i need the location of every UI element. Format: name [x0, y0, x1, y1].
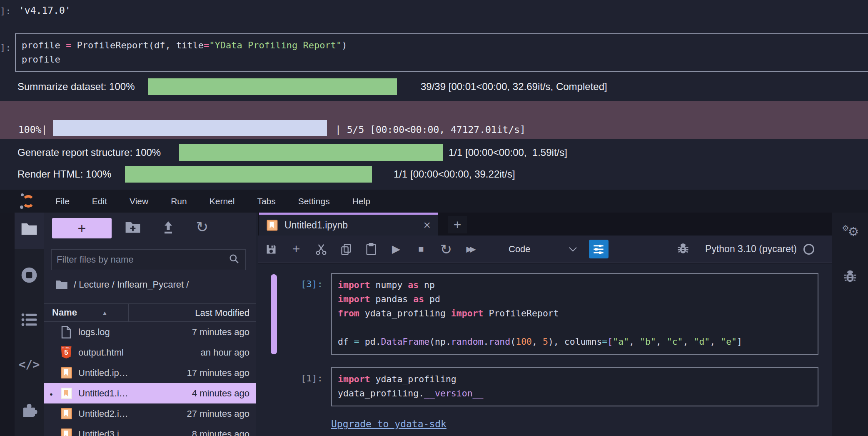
file-modified: 17 minutes ago: [187, 368, 256, 378]
paste-cells-button[interactable]: [365, 243, 377, 256]
code-cell-imports: [3]: import numpy as npimport pandas as …: [258, 273, 832, 355]
refresh-files-button[interactable]: ↻: [196, 220, 208, 234]
file-row-logs[interactable]: logs.log 7 minutes ago: [44, 322, 256, 342]
tab-bar: Untitled1.ipynb × +: [258, 213, 832, 236]
menu-edit[interactable]: Edit: [81, 196, 118, 206]
progress-info: 39/39 [00:01<00:00, 32.69it/s, Completed…: [421, 81, 607, 93]
file-name: Untitled1.i…: [78, 388, 192, 399]
code-snippets-icon[interactable]: </>: [15, 358, 44, 371]
column-header-name[interactable]: Name ▲: [44, 307, 128, 318]
progress-bar: [53, 120, 327, 136]
new-tab-button[interactable]: +: [448, 216, 467, 233]
workspace: </> + ↻: [0, 213, 868, 436]
jupyterlab-window: ]: 'v4.17.0' ]: profile = ProfileReport(…: [0, 0, 868, 436]
file-modified: 8 minutes ago: [192, 429, 256, 436]
jupyter-logo-icon: [20, 193, 37, 210]
progress-label: 100%|: [18, 124, 47, 135]
table-of-contents-icon[interactable]: [15, 313, 44, 328]
kernel-name[interactable]: Python 3.10 (pycaret): [705, 243, 797, 255]
plus-icon: +: [454, 217, 461, 233]
interrupt-kernel-button[interactable]: ■: [415, 243, 427, 256]
cell-output: Upgrade to ydata-sdk Improve your data a…: [331, 416, 832, 436]
code-cell-version: [1]: import ydata_profilingydata_profili…: [258, 367, 832, 406]
progress-row-summarize: Summarize dataset: 100% 39/39 [00:01<00:…: [0, 78, 868, 96]
progress-info: 1/1 [00:00<00:00, 39.22it/s]: [394, 168, 515, 180]
restart-kernel-button[interactable]: ↻: [440, 243, 452, 256]
execution-count: [3]:: [258, 273, 331, 355]
menu-settings[interactable]: Settings: [287, 196, 341, 206]
run-cell-button[interactable]: ▶: [390, 243, 402, 256]
file-name: output.html: [78, 347, 201, 358]
menu-run[interactable]: Run: [160, 196, 198, 206]
menu-tabs[interactable]: Tabs: [246, 196, 287, 206]
kernel-status-indicator[interactable]: [803, 244, 814, 255]
window-edge-strip: [0, 213, 15, 436]
close-tab-icon[interactable]: ×: [423, 218, 431, 232]
progress-bar: [148, 78, 397, 95]
upload-button[interactable]: [161, 220, 176, 237]
file-name: logs.log: [78, 327, 192, 338]
menu-kernel[interactable]: Kernel: [198, 196, 246, 206]
new-launcher-button[interactable]: +: [52, 218, 112, 238]
html-label: HTML: [61, 346, 72, 349]
progress-info: 1/1 [00:00<00:00, 1.59it/s]: [449, 147, 567, 158]
sort-asc-icon: ▲: [102, 310, 107, 316]
version-output: 'v4.17.0': [19, 5, 71, 16]
menu-bar: File Edit View Run Kernel Tabs Settings …: [0, 190, 868, 213]
extension-manager-icon[interactable]: [15, 401, 44, 420]
tab-untitled1-ipynb[interactable]: Untitled1.ipynb ×: [259, 213, 438, 236]
filter-files-input[interactable]: [52, 254, 229, 265]
plus-icon: +: [292, 241, 300, 257]
menu-file[interactable]: File: [44, 196, 81, 206]
running-kernels-icon[interactable]: [15, 266, 44, 286]
code-editor[interactable]: import ydata_profilingydata_profiling.__…: [331, 367, 818, 406]
file-row-output-html[interactable]: HTML5 output.html an hour ago: [44, 342, 256, 363]
left-activity-rail: </>: [15, 213, 44, 436]
debugger-panel-icon[interactable]: [832, 269, 868, 285]
progress-label: Render HTML: 100%: [17, 168, 111, 180]
add-cell-button[interactable]: +: [290, 243, 302, 256]
code-cell-profile[interactable]: profile = ProfileReport(df, title="YData…: [15, 33, 868, 72]
notebook-output-strip: ]: 'v4.17.0' ]: profile = ProfileReport(…: [0, 0, 868, 190]
notebook-icon: [60, 388, 72, 399]
code-editor[interactable]: import numpy as npimport pandas as pdfro…: [331, 273, 818, 355]
copy-cells-button[interactable]: [340, 243, 352, 256]
file-row-untitled1-selected[interactable]: ● Untitled1.i… 4 minutes ago: [44, 383, 256, 403]
debugger-bug-icon[interactable]: [677, 242, 689, 256]
cell-type-dropdown[interactable]: Code: [509, 244, 576, 255]
file-row-untitled2[interactable]: Untitled2.i… 27 minutes ago: [44, 403, 256, 424]
selected-cell-bar[interactable]: [271, 274, 277, 354]
column-header-modified[interactable]: Last Modified: [128, 304, 256, 321]
breadcrumb-path: / Lecture / Inflearn_Pycaret /: [74, 279, 189, 290]
menu-help[interactable]: Help: [341, 196, 382, 206]
progress-label: Generate report structure: 100%: [17, 147, 161, 158]
property-inspector-icon[interactable]: ⚙⚙: [832, 224, 868, 239]
file-row-untitled[interactable]: Untitled.ip… 17 minutes ago: [44, 363, 256, 383]
file-browser-icon[interactable]: [15, 222, 44, 238]
menu-view[interactable]: View: [118, 196, 160, 206]
right-activity-rail: ⚙⚙: [832, 213, 868, 436]
chevron-down-icon: [569, 244, 576, 251]
file-row-untitled3[interactable]: Untitled3.i… 8 minutes ago: [44, 424, 256, 436]
save-button[interactable]: [265, 243, 277, 256]
file-modified: 7 minutes ago: [192, 327, 256, 338]
file-browser-panel: + ↻ / Lecture / Inflearn_Pycaret /: [44, 213, 256, 436]
run-icon: ▶: [392, 243, 400, 256]
progress-row-render: Render HTML: 100% 1/1 [00:00<00:00, 39.2…: [0, 165, 868, 183]
new-folder-button[interactable]: [125, 220, 141, 236]
sliders-toggle-button[interactable]: [589, 240, 609, 258]
cut-cells-button[interactable]: [315, 243, 327, 256]
breadcrumb[interactable]: / Lecture / Inflearn_Pycaret /: [55, 279, 189, 290]
gear-small-icon: ⚙: [842, 224, 849, 233]
notebook-toolbar: + ▶ ■ ↻ ▶▶ Code: [258, 236, 832, 263]
file-name: Untitled3.i…: [78, 429, 192, 436]
upgrade-ydata-sdk-link[interactable]: Upgrade to ydata-sdk: [331, 416, 446, 432]
file-icon: [60, 326, 72, 338]
restart-run-all-button[interactable]: ▶▶: [465, 243, 477, 256]
file-modified: an hour ago: [201, 347, 256, 358]
kernel-cluster: Python 3.10 (pycaret): [677, 242, 832, 256]
fast-forward-icon: ▶▶: [466, 244, 473, 254]
logo-dot: [21, 193, 24, 196]
search-icon: [229, 253, 239, 266]
html5-number: 5: [64, 348, 68, 356]
